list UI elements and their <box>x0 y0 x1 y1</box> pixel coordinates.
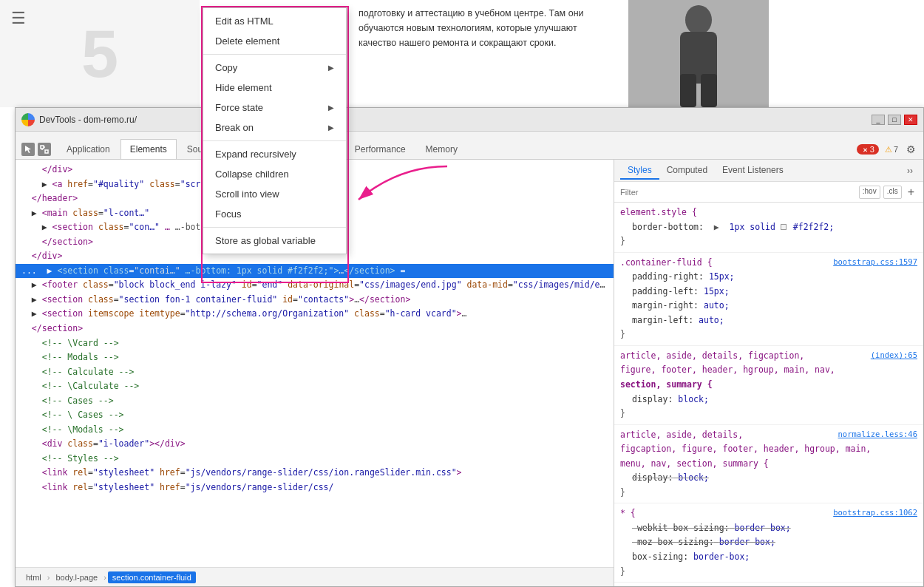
hamburger-icon[interactable]: ☰ <box>11 9 26 28</box>
ctx-force-state[interactable]: Force state ▶ <box>203 98 346 118</box>
dom-line: ▶ <footer class="block block_end i-lazy"… <box>16 278 614 293</box>
svg-rect-5 <box>45 150 48 153</box>
dom-line: ▶ <section itemscope itemtype="http://sc… <box>16 307 614 322</box>
ctx-break-on-arrow: ▶ <box>328 123 334 132</box>
dom-line-selected[interactable]: ... ▶ <section class="contai…" …-bottom:… <box>16 264 614 279</box>
style-rule-article-normalize: article, aside, details, normalize.less:… <box>614 425 923 504</box>
ctx-separator-3 <box>203 227 346 228</box>
tab-status-area: ✕ 3 ⚠ 7 ⚙ <box>857 143 917 159</box>
inspect-icon[interactable] <box>38 143 51 156</box>
ctx-scroll-into-view[interactable]: Scroll into view <box>203 184 346 204</box>
ctx-copy[interactable]: Copy ▶ <box>203 58 346 78</box>
maximize-button[interactable]: □ <box>888 115 901 125</box>
devtools-titlebar: DevTools - dom-remo.ru/ _ □ ✕ <box>16 108 923 132</box>
svg-point-0 <box>685 5 712 35</box>
add-style-icon[interactable]: + <box>905 186 917 199</box>
ctx-force-state-arrow: ▶ <box>328 104 334 112</box>
context-menu: Edit as HTML Delete element Copy ▶ Hide … <box>203 7 347 254</box>
error-count-badge: ✕ 3 <box>857 144 879 155</box>
subtab-computed[interactable]: Computed <box>659 162 715 180</box>
style-source-normalize-46[interactable]: normalize.less:46 <box>838 428 917 441</box>
dom-line: <!-- \Vcard --> <box>16 336 614 351</box>
dom-line: <link rel="stylesheet" href="js/vendors/… <box>16 466 614 481</box>
webpage-image <box>628 0 769 107</box>
devtools-tabs-bar: Application Elements Sources Lighthouse … <box>16 132 923 160</box>
breadcrumb-html[interactable]: html <box>21 571 46 583</box>
styles-subtabs: Styles Computed Event Listeners ›› <box>614 160 923 182</box>
dom-line: <!-- Styles --> <box>16 452 614 466</box>
tab-application[interactable]: Application <box>57 139 120 159</box>
style-source-bootstrap-1597[interactable]: bootstrap.css:1597 <box>833 256 917 269</box>
ctx-hide-element[interactable]: Hide element <box>203 78 346 98</box>
filter-cls[interactable]: .cls <box>883 186 902 199</box>
close-button[interactable]: ✕ <box>904 115 917 125</box>
style-source-index-65[interactable]: (index):65 <box>871 349 917 362</box>
style-source-bootstrap-1062[interactable]: bootstrap.css:1062 <box>833 506 917 520</box>
dom-line: <!-- Modals --> <box>16 350 614 365</box>
svg-rect-4 <box>41 146 44 149</box>
ctx-focus[interactable]: Focus <box>203 204 346 224</box>
ctx-delete-element[interactable]: Delete element <box>203 31 346 51</box>
devtools-icon-buttons <box>21 143 51 159</box>
dom-line: <!-- \Calculate --> <box>16 379 614 394</box>
ctx-collapse-children[interactable]: Collapse children <box>203 164 346 184</box>
tab-elements[interactable]: Elements <box>120 139 177 159</box>
dom-line: <!-- Calculate --> <box>16 365 614 380</box>
ctx-separator-1 <box>203 54 346 55</box>
styles-filter-input[interactable] <box>620 188 853 197</box>
webpage-left-panel: ☰ 5 <box>0 0 200 107</box>
ctx-edit-as-html[interactable]: Edit as HTML <box>203 11 346 31</box>
devtools-body: </div> ▶ <a href="#quality" class="scrol… <box>16 160 923 586</box>
styles-filter-bar: :hov .cls + <box>614 182 923 203</box>
subtab-styles[interactable]: Styles <box>620 162 659 180</box>
style-rule-element: element.style { border-bottom: ▶ 1px sol… <box>614 203 923 253</box>
ctx-store-as-global[interactable]: Store as global variable <box>203 231 346 251</box>
dom-line: <!-- \ Cases --> <box>16 408 614 423</box>
styles-content: element.style { border-bottom: ▶ 1px sol… <box>614 203 923 586</box>
devtools-title: DevTools - dom-remo.ru/ <box>39 115 867 125</box>
dom-line: <!-- Cases --> <box>16 394 614 409</box>
minimize-button[interactable]: _ <box>872 115 885 125</box>
svg-rect-3 <box>701 74 717 107</box>
dom-line: ▶ <section class="section fon-1 containe… <box>16 293 614 308</box>
chrome-logo <box>21 113 35 126</box>
webpage-big-number: 5 <box>81 21 118 87</box>
ctx-expand-recursively[interactable]: Expand recursively <box>203 144 346 164</box>
webpage-main-text: подготовку и аттестацию в учебном центре… <box>347 0 628 56</box>
ctx-break-on[interactable]: Break on ▶ <box>203 118 346 138</box>
svg-rect-2 <box>680 74 696 107</box>
tab-memory[interactable]: Memory <box>416 139 467 159</box>
breadcrumb-bar: html › body.l-page › section.container-f… <box>16 567 614 586</box>
devtools-window: DevTools - dom-remo.ru/ _ □ ✕ Applicatio… <box>15 107 924 587</box>
dom-line: <link rel="stylesheet" href="js/vendors/… <box>16 481 614 495</box>
ctx-copy-arrow: ▶ <box>328 64 334 72</box>
cursor-icon[interactable] <box>21 143 35 156</box>
subtabs-more[interactable]: ›› <box>903 164 917 177</box>
svg-text:✕: ✕ <box>862 147 867 154</box>
browser-window: ☰ 5 лет минимал опыт рабо подготовку и а… <box>0 0 924 587</box>
ctx-separator-2 <box>203 140 346 141</box>
dom-line: <div class="i-loader"></div> <box>16 437 614 452</box>
dom-line: <!-- \Modals --> <box>16 423 614 438</box>
style-rule-article-index: article, aside, details, figcaption, (in… <box>614 346 923 425</box>
breadcrumb-section[interactable]: section.container-fluid <box>108 571 196 583</box>
warning-count-badge: ⚠ 7 <box>885 145 898 155</box>
titlebar-buttons: _ □ ✕ <box>872 115 917 125</box>
styles-panel: Styles Computed Event Listeners ›› :hov … <box>614 160 923 586</box>
breadcrumb-body[interactable]: body.l-page <box>51 571 102 583</box>
tab-performance[interactable]: Performance <box>345 139 415 159</box>
filter-hov[interactable]: :hov <box>859 186 880 199</box>
settings-icon[interactable]: ⚙ <box>904 143 917 156</box>
subtab-event-listeners[interactable]: Event Listeners <box>715 162 791 180</box>
webpage-area: ☰ 5 лет минимал опыт рабо подготовку и а… <box>0 0 924 107</box>
styles-filter-options: :hov .cls + <box>859 186 917 199</box>
style-rule-star-bootstrap: * { bootstrap.css:1062 -webkit-box-sizin… <box>614 503 923 583</box>
dom-line: </section> <box>16 322 614 336</box>
style-rule-container-fluid: .container-fluid { bootstrap.css:1597 pa… <box>614 253 923 346</box>
